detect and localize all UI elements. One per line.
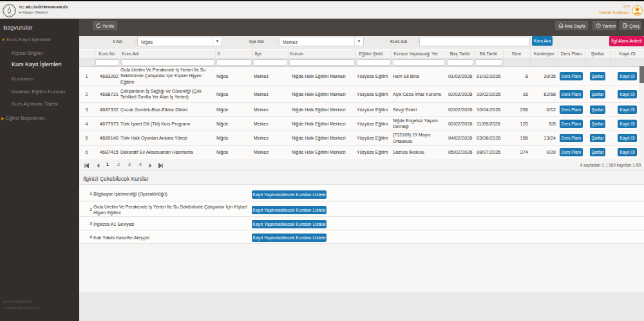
svg-text:?: ? <box>598 24 600 28</box>
